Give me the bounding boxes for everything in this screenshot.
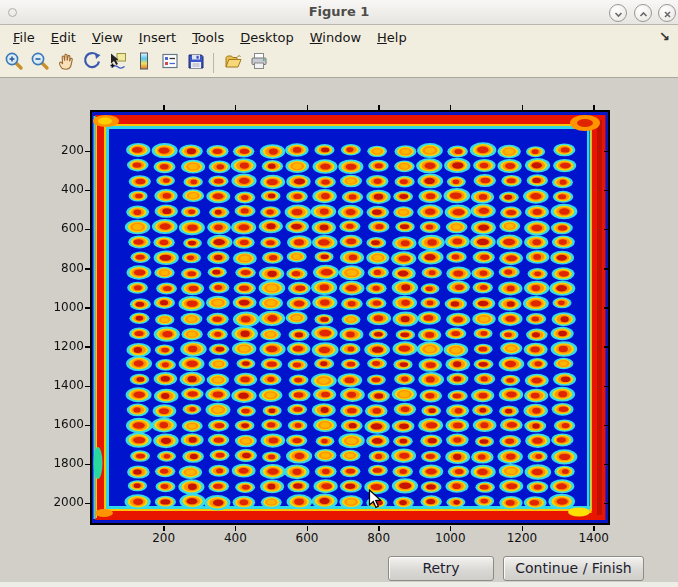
save-button[interactable]	[184, 51, 208, 75]
retry-button[interactable]: Retry	[388, 556, 494, 581]
figure-plot-canvas[interactable]	[92, 112, 608, 523]
menu-item-insert[interactable]: Insert	[139, 30, 176, 45]
y-tick	[85, 425, 90, 427]
shade-button[interactable]	[609, 4, 627, 22]
chevron-up-icon	[639, 4, 648, 23]
y-tick	[85, 268, 90, 270]
x-tick-label: 1200	[500, 531, 544, 546]
y-tick	[85, 151, 90, 153]
x-tick-label: 200	[142, 531, 186, 546]
y-tick-right	[604, 425, 609, 427]
zoom-out-button[interactable]	[28, 51, 52, 75]
y-tick-right	[604, 464, 609, 466]
x-tick-top	[378, 105, 380, 110]
menu-item-help[interactable]: Help	[377, 30, 407, 45]
zoom-in-button[interactable]	[2, 51, 26, 75]
print-icon	[249, 51, 269, 75]
titlebar: Figure 1	[0, 0, 678, 25]
x-tick-top	[450, 105, 452, 110]
x-tick-top	[235, 105, 237, 110]
zoom-out-icon	[30, 51, 50, 75]
legend-icon	[160, 51, 180, 75]
rotate-3d-icon	[82, 51, 102, 75]
y-tick	[85, 229, 90, 231]
y-tick-right	[604, 503, 609, 505]
dock-figure-button[interactable]: ↘	[659, 25, 670, 49]
save-icon	[186, 51, 206, 75]
rotate-3d-button[interactable]	[80, 51, 104, 75]
x-tick-label: 800	[357, 531, 401, 546]
x-tick-label: 1000	[428, 531, 472, 546]
menu-item-desktop[interactable]: Desktop	[240, 30, 294, 45]
y-tick-label: 1000	[38, 300, 84, 315]
zoom-in-icon	[4, 51, 24, 75]
x-tick-label: 400	[213, 531, 257, 546]
print-button[interactable]	[247, 51, 271, 75]
x-tick-top	[522, 105, 524, 110]
y-tick-right	[604, 151, 609, 153]
y-tick-label: 2000	[38, 495, 84, 510]
menu-item-view[interactable]: View	[92, 30, 123, 45]
x-tick-top	[307, 105, 309, 110]
y-tick-right	[604, 307, 609, 309]
maximize-button[interactable]	[634, 4, 652, 22]
x-tick-top	[593, 105, 595, 110]
menu-item-window[interactable]: Window	[310, 30, 361, 45]
x-tick-label: 1400	[572, 531, 616, 546]
toolbar-separator	[213, 53, 214, 73]
pan-button[interactable]	[54, 51, 78, 75]
menu-bar: FileEditViewInsertToolsDesktopWindowHelp…	[0, 25, 678, 50]
window-bottom-edge	[0, 582, 678, 587]
continue-finish-button[interactable]: Continue / Finish	[503, 556, 644, 581]
y-tick-label: 1800	[38, 456, 84, 471]
legend-button[interactable]	[158, 51, 182, 75]
close-button[interactable]	[658, 4, 676, 22]
y-tick-label: 1400	[38, 378, 84, 393]
y-tick	[85, 386, 90, 388]
colorbar-icon	[134, 51, 154, 75]
y-tick	[85, 190, 90, 192]
data-cursor-button[interactable]	[106, 51, 130, 75]
y-tick-label: 1200	[38, 339, 84, 354]
x-tick-label: 600	[285, 531, 329, 546]
open-folder-icon	[223, 51, 243, 75]
menu-item-edit[interactable]: Edit	[51, 30, 76, 45]
close-icon	[663, 4, 672, 23]
menu-item-tools[interactable]: Tools	[192, 30, 224, 45]
y-tick	[85, 503, 90, 505]
y-tick-label: 800	[38, 261, 84, 276]
toolbar	[0, 49, 678, 78]
y-tick-right	[604, 268, 609, 270]
pan-icon	[56, 51, 76, 75]
menu-item-file[interactable]: File	[13, 30, 35, 45]
y-tick-right	[604, 386, 609, 388]
chevron-down-icon	[614, 4, 623, 23]
y-tick	[85, 464, 90, 466]
y-tick-right	[604, 190, 609, 192]
y-tick-label: 600	[38, 221, 84, 236]
window-menu-button[interactable]	[8, 8, 17, 17]
y-tick-right	[604, 229, 609, 231]
colorbar-button[interactable]	[132, 51, 156, 75]
window-title: Figure 1	[0, 0, 678, 24]
open-file-button[interactable]	[221, 51, 245, 75]
y-tick	[85, 307, 90, 309]
y-tick	[85, 346, 90, 348]
data-cursor-icon	[108, 51, 128, 75]
x-tick-top	[163, 105, 165, 110]
y-tick-label: 200	[38, 143, 84, 158]
y-tick-label: 400	[38, 182, 84, 197]
y-tick-label: 1600	[38, 417, 84, 432]
y-tick-right	[604, 346, 609, 348]
figure-window: Figure 1 FileEditViewInsertToolsDesktopW…	[0, 0, 678, 587]
